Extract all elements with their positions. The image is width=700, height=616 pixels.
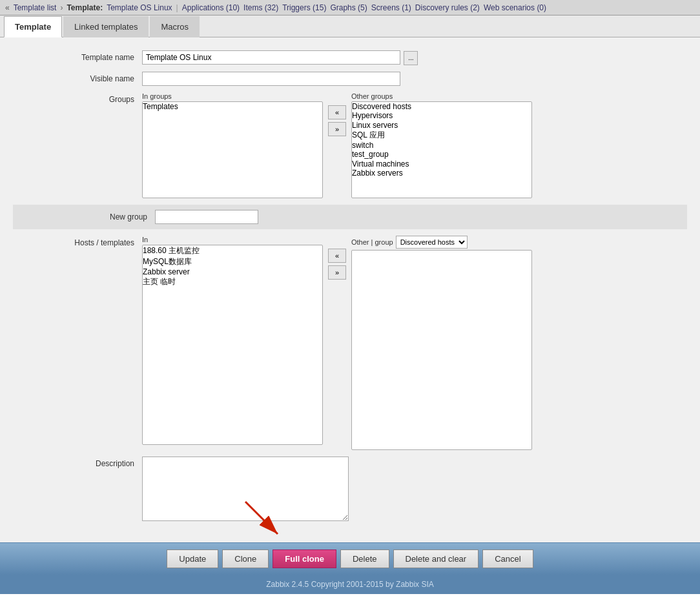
new-group-input[interactable]	[155, 210, 258, 224]
groups-row: Groups In groups Templates « » Other gro…	[13, 92, 687, 198]
description-textarea[interactable]	[142, 457, 349, 521]
discovery-rules-link[interactable]: Discovery rules (2)	[415, 3, 480, 12]
new-group-section: New group	[13, 205, 687, 229]
main-content: Template name ... Visible name Groups In…	[0, 37, 700, 542]
description-row: Description	[13, 457, 687, 523]
delete-and-clear-button[interactable]: Delete and clear	[393, 549, 479, 568]
hosts-other-select[interactable]	[351, 250, 532, 450]
template-name-link[interactable]: Template OS Linux	[107, 3, 172, 12]
template-breadcrumb-label: Template:	[67, 3, 103, 12]
screens-link[interactable]: Screens (1)	[371, 3, 411, 12]
hosts-move-left-btn[interactable]: «	[328, 249, 346, 263]
hosts-templates-label: Hosts / templates	[13, 236, 142, 247]
visible-name-label: Visible name	[13, 72, 142, 83]
top-navigation: « Template list › Template: Template OS …	[0, 0, 700, 15]
back-arrow[interactable]: «	[5, 3, 10, 12]
cancel-button[interactable]: Cancel	[482, 549, 533, 568]
groups-control: In groups Templates « » Other groups Dis…	[142, 92, 687, 198]
groups-arrow-buttons: « »	[328, 105, 346, 136]
groups-label: Groups	[13, 92, 142, 104]
hosts-group-dropdown[interactable]: Discovered hosts Hypervisors Linux serve…	[396, 236, 468, 249]
visible-name-control	[142, 72, 687, 86]
applications-link[interactable]: Applications (10)	[182, 3, 240, 12]
other-group-header: Other | group Discovered hosts Hyperviso…	[351, 236, 532, 249]
move-right-btn[interactable]: »	[328, 122, 346, 136]
in-groups-select[interactable]: Templates	[142, 101, 323, 198]
hosts-templates-row: Hosts / templates In 188.60 主机监控 MySQL数据…	[13, 236, 687, 450]
triggers-link[interactable]: Triggers (15)	[282, 3, 326, 12]
other-groups-label: Other groups	[351, 92, 532, 100]
hosts-in-label: In	[142, 236, 323, 243]
move-left-btn[interactable]: «	[328, 105, 346, 119]
nav-separator-1: |	[176, 3, 178, 12]
description-label: Description	[13, 457, 142, 468]
hosts-arrow-buttons: « »	[328, 249, 346, 280]
tab-bar: Template Linked templates Macros	[0, 15, 700, 37]
template-list-link[interactable]: Template list	[14, 3, 57, 12]
template-name-control: ...	[142, 50, 687, 65]
hosts-in-select[interactable]: 188.60 主机监控 MySQL数据库 Zabbix server 主页 临时	[142, 245, 323, 445]
description-control	[142, 457, 687, 523]
visible-name-row: Visible name	[13, 72, 687, 86]
new-group-label: New group	[26, 212, 155, 221]
template-name-input[interactable]	[142, 50, 400, 65]
hosts-move-right-btn[interactable]: »	[328, 265, 346, 280]
items-link[interactable]: Items (32)	[243, 3, 278, 12]
update-button[interactable]: Update	[167, 549, 218, 568]
web-scenarios-link[interactable]: Web scenarios (0)	[484, 3, 546, 12]
full-clone-button[interactable]: Full clone	[273, 549, 336, 568]
hosts-other-label: Other | group	[351, 238, 393, 246]
clone-button[interactable]: Clone	[222, 549, 269, 568]
template-name-button[interactable]: ...	[404, 51, 418, 65]
button-bar: Update Clone Full clone Delete Delete an…	[0, 542, 700, 575]
hosts-templates-control: In 188.60 主机监控 MySQL数据库 Zabbix server 主页…	[142, 236, 687, 450]
tab-linked-templates[interactable]: Linked templates	[63, 16, 149, 37]
graphs-link[interactable]: Graphs (5)	[330, 3, 367, 12]
visible-name-input[interactable]	[142, 72, 400, 86]
tab-macros[interactable]: Macros	[150, 16, 200, 37]
breadcrumb-separator: ›	[60, 3, 63, 12]
delete-button[interactable]: Delete	[340, 549, 389, 568]
footer: Zabbix 2.4.5 Copyright 2001-2015 by Zabb…	[0, 575, 700, 594]
other-groups-select[interactable]: Discovered hosts Hypervisors Linux serve…	[351, 101, 532, 198]
template-name-label: Template name	[13, 50, 142, 62]
in-groups-label: In groups	[142, 92, 323, 100]
template-name-row: Template name ...	[13, 50, 687, 65]
tab-template[interactable]: Template	[4, 16, 62, 37]
